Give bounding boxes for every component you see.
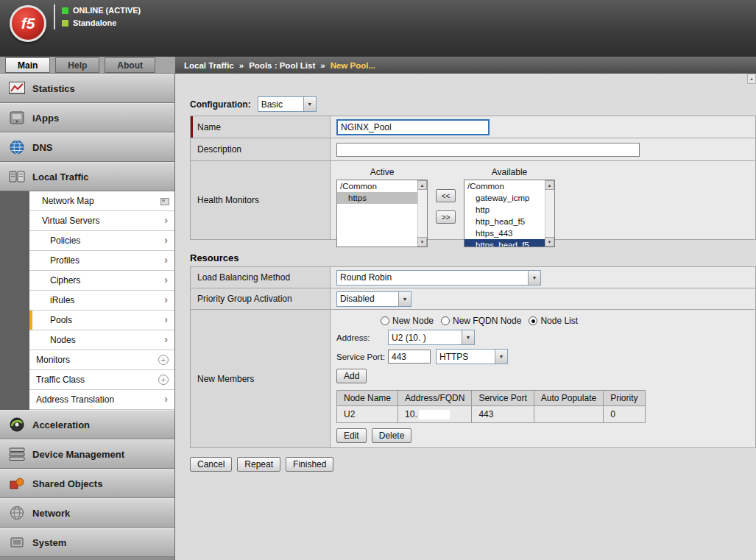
- radio-node-list[interactable]: [529, 316, 537, 325]
- configuration-row: Configuration: Basic ▼: [190, 96, 317, 112]
- sidebar-item-statistics[interactable]: Statistics: [0, 74, 174, 103]
- sidebar-item-monitors[interactable]: Monitors +: [29, 350, 174, 370]
- active-header: Active: [336, 167, 428, 177]
- member-row[interactable]: U2 10. 443 0: [337, 406, 646, 423]
- radio-node-list-label[interactable]: Node List: [540, 316, 578, 326]
- system-icon: [7, 536, 27, 549]
- radio-new-node-label[interactable]: New Node: [392, 316, 434, 326]
- priority-group-label: Priority Group Activation: [191, 288, 331, 309]
- load-balancing-select[interactable]: Round Robin ▼: [336, 270, 541, 286]
- monitor-option[interactable]: http: [464, 204, 545, 216]
- mode-status: Standalone: [62, 18, 141, 27]
- address-select[interactable]: U2 (10. ) ▼: [388, 330, 475, 345]
- name-input[interactable]: [336, 119, 490, 135]
- radio-new-node[interactable]: [381, 316, 389, 325]
- sidebar-item-profiles[interactable]: Profiles ›: [29, 251, 174, 271]
- available-monitors-listbox[interactable]: /Common gateway_icmp http http_head_f5 h…: [464, 180, 555, 247]
- sidebar-item-iapps[interactable]: iApps: [0, 103, 174, 132]
- configuration-select-value: Basic: [258, 99, 303, 110]
- monitor-option[interactable]: http_head_f5: [464, 216, 545, 227]
- description-input[interactable]: [336, 143, 640, 157]
- menu-item-label: Network Map: [29, 196, 94, 206]
- dropdown-arrow-icon[interactable]: ▼: [528, 271, 540, 285]
- tab-help[interactable]: Help: [55, 57, 99, 73]
- priority-group-select[interactable]: Disabled ▼: [336, 291, 411, 307]
- monitor-option-https[interactable]: https: [337, 192, 417, 204]
- sidebar-item-label: Acceleration: [32, 419, 90, 430]
- network-icon: [7, 506, 27, 520]
- sidebar-item-dns[interactable]: DNS: [0, 132, 174, 162]
- move-to-active-button[interactable]: <<: [436, 189, 456, 202]
- sidebar-item-network[interactable]: Network: [0, 498, 174, 528]
- scrollbar-up-button[interactable]: ▲: [747, 74, 756, 84]
- breadcrumb-separator: »: [320, 61, 325, 70]
- monitor-option[interactable]: https_head_f5: [464, 239, 545, 247]
- sidebar-item-policies[interactable]: Policies ›: [29, 231, 174, 251]
- plus-icon[interactable]: +: [158, 375, 169, 385]
- sidebar-item-virtual-servers[interactable]: Virtual Servers ›: [29, 211, 174, 231]
- tab-about[interactable]: About: [105, 57, 155, 73]
- shared-objects-icon: [7, 477, 27, 490]
- sidebar-item-network-map[interactable]: Network Map: [29, 191, 174, 211]
- listbox-scrollbar[interactable]: ▲ ▼: [417, 180, 427, 247]
- scroll-up-icon[interactable]: ▲: [417, 180, 427, 190]
- dropdown-arrow-icon[interactable]: ▼: [462, 330, 474, 344]
- sidebar-item-irules[interactable]: iRules ›: [29, 291, 174, 311]
- repeat-button[interactable]: Repeat: [237, 457, 280, 472]
- sidebar-item-nodes[interactable]: Nodes ›: [29, 330, 174, 350]
- breadcrumb-local-traffic[interactable]: Local Traffic: [184, 61, 234, 70]
- device-management-icon: [7, 447, 27, 461]
- dropdown-arrow-icon[interactable]: ▼: [398, 292, 411, 306]
- tab-main[interactable]: Main: [5, 57, 50, 73]
- service-port-line: Service Port: HTTPS ▼: [336, 349, 749, 364]
- sidebar-item-label: Shared Objects: [32, 478, 102, 489]
- sidebar-item-pools[interactable]: Pools ›: [29, 311, 174, 330]
- delete-member-button[interactable]: Delete: [372, 428, 412, 443]
- member-priority: 0: [604, 406, 645, 423]
- breadcrumb-pool-list[interactable]: Pools : Pool List: [249, 61, 315, 70]
- new-members-row: New Members New Node New FQDN Node Node …: [191, 310, 755, 448]
- radio-new-fqdn-node[interactable]: [441, 316, 450, 325]
- service-name-select[interactable]: HTTPS ▼: [436, 349, 508, 364]
- add-member-button[interactable]: Add: [336, 369, 367, 383]
- edit-member-button[interactable]: Edit: [336, 428, 367, 443]
- sidebar-item-shared-objects[interactable]: Shared Objects: [0, 469, 174, 498]
- plus-icon[interactable]: +: [158, 355, 169, 365]
- dropdown-arrow-icon[interactable]: ▼: [303, 97, 316, 111]
- monitor-option[interactable]: https_443: [464, 227, 545, 239]
- chevron-right-icon: ›: [164, 234, 168, 246]
- active-monitors-listbox[interactable]: /Common https ▲ ▼: [336, 180, 428, 247]
- sidebar-item-local-traffic[interactable]: Local Traffic: [0, 162, 174, 191]
- sidebar-item-address-translation[interactable]: Address Translation ›: [29, 390, 174, 410]
- service-port-input[interactable]: [388, 350, 431, 364]
- sidebar-item-ciphers[interactable]: Ciphers ›: [29, 271, 174, 291]
- active-monitors-column: Active /Common https ▲ ▼: [336, 167, 428, 247]
- radio-new-fqdn-node-label[interactable]: New FQDN Node: [453, 316, 521, 326]
- member-type-radio-group: New Node New FQDN Node Node List: [336, 316, 749, 326]
- sidebar-item-acceleration[interactable]: Acceleration: [0, 410, 174, 439]
- sidebar-item-system[interactable]: System: [0, 528, 174, 557]
- listbox-scrollbar[interactable]: ▲ ▼: [545, 180, 554, 247]
- move-to-available-button[interactable]: >>: [436, 210, 456, 224]
- finished-button[interactable]: Finished: [286, 457, 333, 472]
- col-address-fqdn: Address/FQDN: [398, 391, 472, 406]
- sidebar: Statistics iApps DNS Local Traffic Netwo…: [0, 74, 175, 560]
- f5-logo-text: f5: [21, 15, 35, 32]
- health-monitors-label: Health Monitors: [191, 161, 331, 239]
- scroll-up-icon[interactable]: ▲: [545, 180, 554, 190]
- monitor-option[interactable]: gateway_icmp: [464, 192, 545, 204]
- sidebar-item-traffic-class[interactable]: Traffic Class +: [29, 370, 174, 390]
- scroll-down-icon[interactable]: ▼: [545, 237, 554, 247]
- breadcrumb-separator: »: [239, 61, 244, 70]
- dropdown-arrow-icon[interactable]: ▼: [495, 350, 507, 364]
- breadcrumb-current-page: New Pool...: [331, 61, 375, 70]
- col-priority: Priority: [604, 391, 645, 406]
- scroll-down-icon[interactable]: ▼: [417, 237, 427, 247]
- tab-bar: Main Help About: [0, 57, 175, 74]
- configuration-select[interactable]: Basic ▼: [258, 96, 317, 112]
- new-members-cell: New Node New FQDN Node Node List Address…: [331, 310, 755, 447]
- sidebar-item-device-management[interactable]: Device Management: [0, 439, 174, 469]
- load-balancing-row: Load Balancing Method Round Robin ▼: [191, 267, 755, 288]
- standalone-status-label: Standalone: [73, 18, 116, 27]
- cancel-button[interactable]: Cancel: [190, 457, 232, 472]
